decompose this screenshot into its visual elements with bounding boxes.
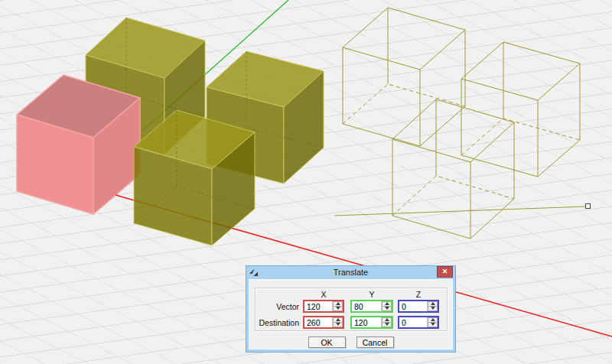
destination-y-field[interactable]	[350, 316, 393, 329]
vector-z-field[interactable]	[398, 300, 439, 313]
vector-y-spinner	[381, 301, 392, 311]
spin-down-button[interactable]	[428, 323, 438, 328]
column-header-row: X Y Z	[257, 290, 445, 299]
arrow-up-icon	[431, 302, 435, 305]
arrow-up-icon	[336, 318, 340, 321]
arrow-down-icon	[336, 323, 340, 326]
vector-y-field[interactable]	[350, 300, 393, 313]
translate-dialog: Translate ✕ X Y Z Vector	[246, 265, 456, 353]
arrow-up-icon	[385, 302, 389, 305]
arrow-down-icon	[385, 307, 389, 310]
vector-row-label: Vector	[257, 302, 302, 311]
spin-down-button[interactable]	[428, 307, 438, 312]
dialog-titlebar[interactable]: Translate ✕	[246, 266, 455, 279]
spin-down-button[interactable]	[333, 307, 343, 312]
vector-x-spinner	[332, 301, 343, 311]
arrow-down-icon	[431, 307, 435, 310]
vector-x-input[interactable]	[304, 301, 332, 311]
ok-button[interactable]: OK	[308, 336, 346, 348]
arrow-down-icon	[385, 323, 389, 326]
translate-axis-line	[334, 206, 586, 216]
arrow-up-icon	[336, 302, 340, 305]
column-header-z: Z	[398, 290, 439, 299]
column-header-y: Y	[350, 290, 393, 299]
destination-z-field[interactable]	[398, 316, 439, 329]
destination-z-input[interactable]	[399, 317, 427, 327]
translate-groupbox: X Y Z Vector	[255, 288, 448, 331]
dialog-buttons: OK Cancel	[249, 336, 452, 348]
arrow-down-icon	[336, 307, 340, 310]
destination-x-field[interactable]	[303, 316, 344, 329]
destination-row: Destination	[257, 316, 445, 329]
destination-z-spinner	[427, 317, 438, 327]
destination-y-input[interactable]	[352, 317, 381, 327]
destination-row-label: Destination	[257, 318, 302, 327]
vector-z-spinner	[427, 301, 438, 311]
arrow-up-icon	[385, 318, 389, 321]
close-button[interactable]: ✕	[437, 266, 453, 278]
hidden-edges	[461, 119, 580, 155]
selected-red-cube[interactable]	[17, 75, 140, 214]
close-icon: ✕	[442, 268, 448, 275]
column-header-x: X	[303, 290, 344, 299]
cancel-button[interactable]: Cancel	[356, 336, 394, 348]
dialog-title: Translate	[246, 266, 455, 279]
spin-down-button[interactable]	[382, 307, 392, 312]
wireframe-cube-back-right	[461, 42, 580, 177]
spin-down-button[interactable]	[333, 323, 343, 328]
destination-y-spinner	[381, 317, 392, 327]
vector-y-input[interactable]	[352, 301, 381, 311]
vector-row: Vector	[257, 300, 445, 313]
vector-z-input[interactable]	[399, 301, 427, 311]
wireframe-cube-front	[392, 99, 514, 239]
spin-down-button[interactable]	[382, 323, 392, 328]
vector-x-field[interactable]	[303, 300, 344, 313]
translate-drag-handle[interactable]	[586, 204, 591, 209]
destination-x-spinner	[332, 317, 343, 327]
hidden-edges	[343, 84, 465, 124]
arrow-up-icon	[431, 318, 435, 321]
arrow-down-icon	[431, 323, 435, 326]
dialog-content: X Y Z Vector	[249, 279, 453, 349]
wireframe-cube-back-left	[343, 8, 465, 146]
destination-x-input[interactable]	[304, 317, 332, 327]
